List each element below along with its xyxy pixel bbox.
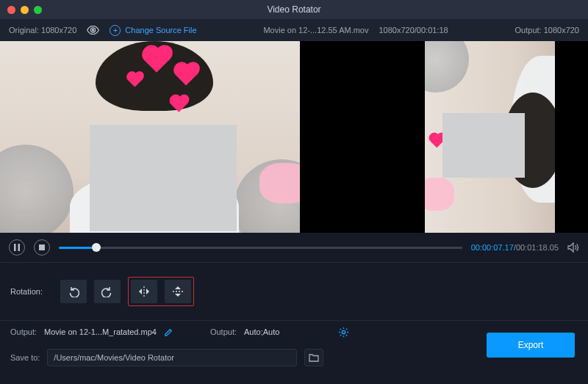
flip-horizontal-button[interactable] bbox=[131, 280, 157, 303]
output-filename: Movie on 12-1...M_ratated.mp4 bbox=[44, 327, 157, 336]
current-time: 00:00:07.17 bbox=[471, 243, 514, 252]
rotation-controls: Rotation: bbox=[0, 263, 588, 320]
total-time: /00:01:18.05 bbox=[514, 243, 559, 252]
output-preset: Auto;Auto bbox=[244, 327, 279, 336]
output-settings-icon[interactable] bbox=[338, 327, 349, 338]
stop-button[interactable] bbox=[34, 239, 50, 256]
original-preview bbox=[0, 41, 300, 233]
svg-rect-1 bbox=[14, 244, 16, 251]
pause-button[interactable] bbox=[9, 239, 25, 256]
minimize-button[interactable] bbox=[21, 6, 29, 14]
source-meta: 1080x720/00:01:18 bbox=[379, 26, 448, 35]
titlebar: Video Rotator bbox=[0, 0, 588, 19]
close-button[interactable] bbox=[7, 6, 15, 14]
toolbar: Original: 1080x720 + Change Source File … bbox=[0, 19, 588, 41]
transport-bar: 00:00:07.17/00:01:18.05 bbox=[0, 233, 588, 262]
edit-filename-icon[interactable] bbox=[164, 327, 173, 337]
source-filename: Movie on 12-...12.55 AM.mov bbox=[263, 26, 368, 35]
export-button[interactable]: Export bbox=[487, 333, 575, 358]
output-label-1: Output: bbox=[10, 327, 37, 336]
time-display: 00:00:07.17/00:01:18.05 bbox=[471, 243, 559, 252]
volume-icon[interactable] bbox=[567, 242, 579, 253]
plus-icon: + bbox=[110, 25, 121, 36]
save-to-label: Save to: bbox=[10, 353, 40, 362]
window-controls bbox=[0, 6, 42, 14]
output-preview bbox=[391, 41, 588, 233]
progress-thumb[interactable] bbox=[92, 243, 101, 252]
output-resolution-label: Output: 1080x720 bbox=[515, 26, 579, 35]
browse-folder-button[interactable] bbox=[304, 349, 323, 366]
original-resolution-label: Original: 1080x720 bbox=[9, 26, 76, 35]
svg-rect-3 bbox=[39, 244, 45, 250]
rotate-cw-button[interactable] bbox=[94, 280, 121, 303]
svg-point-0 bbox=[92, 29, 94, 31]
preview-area bbox=[0, 41, 588, 233]
flip-controls-highlight bbox=[128, 277, 194, 306]
change-source-button[interactable]: + Change Source File bbox=[110, 25, 196, 36]
flip-vertical-button[interactable] bbox=[165, 280, 191, 303]
maximize-button[interactable] bbox=[34, 6, 42, 14]
svg-rect-2 bbox=[18, 244, 21, 251]
save-path-input[interactable]: /Users/mac/Movies/Video Rotator bbox=[47, 349, 297, 366]
progress-slider[interactable] bbox=[59, 247, 462, 249]
change-source-label: Change Source File bbox=[125, 26, 196, 35]
save-path-value: /Users/mac/Movies/Video Rotator bbox=[54, 353, 174, 362]
preview-toggle-icon[interactable] bbox=[87, 26, 99, 35]
export-label: Export bbox=[518, 340, 544, 350]
window-title: Video Rotator bbox=[0, 4, 588, 15]
rotate-ccw-button[interactable] bbox=[60, 280, 87, 303]
rotation-label: Rotation: bbox=[10, 287, 43, 296]
output-label-2: Output: bbox=[210, 327, 237, 336]
svg-point-6 bbox=[343, 330, 345, 333]
